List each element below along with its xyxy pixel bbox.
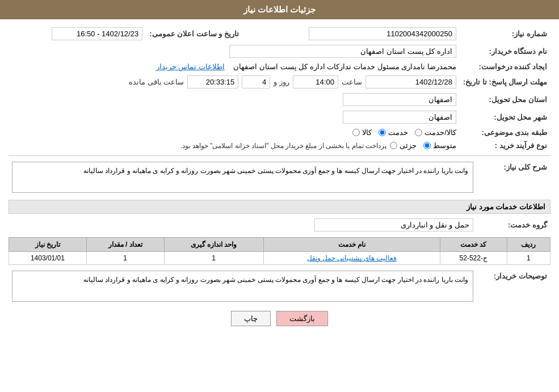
- buyer-desc-box: وانت باریا راننده در اختیار جهت ارسال کی…: [12, 271, 473, 302]
- category-value-cell: کالا/خدمت خدمت کالا: [9, 126, 460, 139]
- announce-date-label: تاریخ و ساعت اعلان عمومی:: [149, 29, 239, 38]
- cell-unit: 1: [164, 252, 263, 265]
- general-desc-value: وانت باریا راننده در اختیار جهت ارسال کی…: [83, 167, 468, 175]
- creator-value-cell: محمدرضا نامداری مسئول خدمات تداركات ادار…: [9, 60, 460, 73]
- buyer-org-value: اداره کل پست استان اصفهان: [229, 45, 456, 58]
- creator-label: ایجاد کننده درخواست:: [460, 60, 550, 73]
- purchase-type-option-motavasset[interactable]: متوسط: [423, 141, 456, 150]
- need-number-label: شماره نیاز:: [460, 25, 550, 43]
- buyer-desc-value: وانت باریا راننده در اختیار جهت ارسال کی…: [83, 276, 468, 284]
- cell-date: 1403/01/01: [9, 252, 87, 265]
- deadline-time-label: ساعت: [342, 78, 362, 86]
- category-radio-group: کالا/خدمت خدمت کالا: [352, 128, 456, 137]
- category-label-kala: کالا: [362, 128, 372, 137]
- general-desc-box: وانت باریا راننده در اختیار جهت ارسال کی…: [12, 162, 473, 193]
- cell-quantity: 1: [86, 252, 164, 265]
- services-section-header: اطلاعات خدمات مورد نیاز: [9, 200, 550, 214]
- deadline-row-flex: 1402/12/28 ساعت 14:00 روز و 4 20:33:15 س…: [12, 75, 456, 88]
- purchase-type-label-jozi: جزئی: [400, 141, 417, 150]
- info-table: شماره نیاز: 1102004342000250 تاریخ و ساع…: [9, 25, 550, 152]
- deadline-date: 1402/12/28: [365, 75, 456, 88]
- buyer-desc-value-cell: وانت باریا راننده در اختیار جهت ارسال کی…: [9, 268, 477, 304]
- city-delivery-value-cell: اصفهان: [9, 108, 460, 126]
- col-header-unit: واحد اندازه گیری: [164, 238, 263, 252]
- category-radio-kala-khedmat[interactable]: [415, 129, 422, 136]
- service-group-table: گروه خدمت: حمل و نقل و انبارداری: [9, 216, 550, 234]
- province-delivery-value-cell: اصفهان: [9, 91, 460, 108]
- row-buyer-org: نام دستگاه خریدار: اداره کل پست استان اص…: [9, 43, 550, 60]
- general-desc-table: شرح کلی نیاز: وانت باریا راننده در اختیا…: [9, 159, 550, 195]
- purchase-type-option-jozi[interactable]: جزئی: [390, 141, 417, 150]
- category-option-kala-khedmat[interactable]: کالا/خدمت: [415, 128, 456, 137]
- purchase-type-value-cell: متوسط جزئی پرداخت تمام یا بخشی از مبلغ خ…: [9, 139, 460, 152]
- table-row: 1 ج-522-52 فعالیت های پشتیبانی حمل ونقل …: [9, 252, 550, 265]
- back-button[interactable]: بازگشت: [276, 311, 328, 326]
- page-wrapper: جزئیات اطلاعات نیاز شماره نیاز: 11020043…: [0, 0, 559, 392]
- need-number-value: 1102004342000250: [309, 27, 456, 40]
- need-number-value-cell: 1102004342000250: [242, 25, 460, 43]
- deadline-days-label: روز و: [274, 78, 289, 86]
- province-delivery-value: اصفهان: [343, 93, 456, 106]
- row-deadline: مهلت ارسال پاسخ: تا تاریخ: 1402/12/28 سا…: [9, 73, 550, 91]
- purchase-type-row: متوسط جزئی پرداخت تمام یا بخشی از مبلغ خ…: [12, 141, 456, 150]
- deadline-value-cell: 1402/12/28 ساعت 14:00 روز و 4 20:33:15 س…: [9, 73, 460, 91]
- deadline-days: 4: [242, 75, 270, 88]
- row-need-number: شماره نیاز: 1102004342000250 تاریخ و ساع…: [9, 25, 550, 43]
- creator-value: محمدرضا نامداری مسئول خدمات تداركات ادار…: [233, 62, 456, 71]
- deadline-remaining-label: ساعت باقی مانده: [129, 78, 184, 86]
- service-group-label: گروه خدمت:: [477, 216, 550, 234]
- row-category: طبقه بندی موضوعی: کالا/خدمت خدمت کالا: [9, 126, 550, 139]
- cell-code: ج-522-52: [440, 252, 507, 265]
- purchase-type-radio-group: متوسط جزئی: [390, 141, 456, 150]
- purchase-type-label: نوع فرآیند خرید :: [460, 139, 550, 152]
- purchase-type-label-motavasset: متوسط: [433, 141, 456, 150]
- buyer-desc-table: توصیحات خریدار: وانت باریا راننده در اخت…: [9, 268, 550, 304]
- buyer-desc-label: توصیحات خریدار:: [477, 268, 550, 304]
- row-province: استان محل تحویل: اصفهان: [9, 91, 550, 108]
- category-label: طبقه بندی موضوعی:: [460, 126, 550, 139]
- contact-link[interactable]: اطلاعات تماس خریدار: [156, 62, 225, 71]
- print-button[interactable]: چاپ: [231, 311, 271, 326]
- general-desc-value-cell: وانت باریا راننده در اختیار جهت ارسال کی…: [9, 159, 477, 195]
- deadline-time: 14:00: [293, 75, 338, 88]
- page-title: جزئیات اطلاعات نیاز: [243, 5, 316, 14]
- row-service-group: گروه خدمت: حمل و نقل و انبارداری: [9, 216, 550, 234]
- row-creator: ایجاد کننده درخواست: محمدرضا نامداری مسئ…: [9, 60, 550, 73]
- col-header-date: تاریخ نیاز: [9, 238, 87, 252]
- deadline-remaining: 20:33:15: [187, 75, 238, 88]
- deadline-label: مهلت ارسال پاسخ: تا تاریخ:: [460, 73, 550, 91]
- category-radio-khedmat[interactable]: [379, 129, 386, 136]
- col-header-code: کد خدمت: [440, 238, 507, 252]
- buyer-org-label: نام دستگاه خریدار:: [460, 43, 550, 60]
- announce-date-value-cell: 1402/12/23 - 16:50: [9, 25, 146, 43]
- announce-date-value: 1402/12/23 - 16:50: [52, 27, 142, 40]
- services-table-head: ردیف کد خدمت نام خدمت واحد اندازه گیری ت…: [9, 238, 550, 252]
- col-header-row: ردیف: [507, 238, 550, 252]
- province-delivery-label: استان محل تحویل:: [460, 91, 550, 108]
- divider-1: [9, 155, 550, 156]
- cell-row: 1: [507, 252, 550, 265]
- category-radio-kala[interactable]: [352, 129, 360, 136]
- col-header-name: نام خدمت: [263, 238, 440, 252]
- cell-name: فعالیت های پشتیبانی حمل ونقل: [263, 252, 440, 265]
- city-delivery-label: شهر محل تحویل:: [460, 108, 550, 126]
- general-desc-label: شرح کلی نیاز:: [477, 159, 550, 195]
- city-delivery-value: اصفهان: [343, 111, 456, 124]
- row-buyer-desc: توصیحات خریدار: وانت باریا راننده در اخت…: [9, 268, 550, 304]
- col-header-quantity: تعداد / مقدار: [86, 238, 164, 252]
- service-group-value-cell: حمل و نقل و انبارداری: [9, 216, 477, 234]
- purchase-type-radio-jozi[interactable]: [390, 142, 397, 149]
- services-table: ردیف کد خدمت نام خدمت واحد اندازه گیری ت…: [9, 237, 550, 265]
- services-table-header-row: ردیف کد خدمت نام خدمت واحد اندازه گیری ت…: [9, 238, 550, 252]
- category-option-khedmat[interactable]: خدمت: [379, 128, 408, 137]
- button-row: بازگشت چاپ: [9, 311, 550, 326]
- purchase-type-radio-motavasset[interactable]: [423, 142, 431, 149]
- row-city: شهر محل تحویل: اصفهان: [9, 108, 550, 126]
- row-general-desc: شرح کلی نیاز: وانت باریا راننده در اختیا…: [9, 159, 550, 195]
- category-option-kala[interactable]: کالا: [352, 128, 372, 137]
- purchase-type-note: پرداخت تمام یا بخشی از مبلغ خریدار محل "…: [180, 142, 386, 150]
- service-group-value: حمل و نقل و انبارداری: [314, 218, 473, 231]
- category-label-khedmat: خدمت: [388, 128, 408, 137]
- category-label-kala-khedmat: کالا/خدمت: [424, 128, 456, 137]
- services-table-body: 1 ج-522-52 فعالیت های پشتیبانی حمل ونقل …: [9, 252, 550, 265]
